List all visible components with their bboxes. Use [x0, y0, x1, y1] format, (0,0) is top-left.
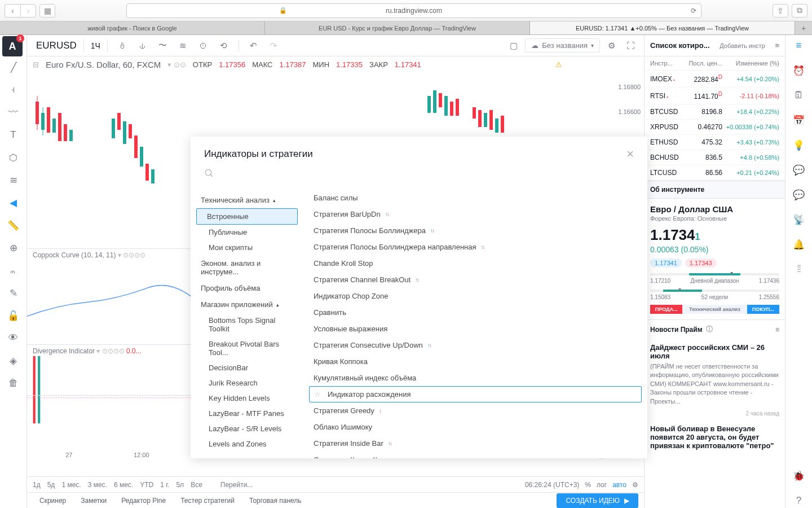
news-item-1[interactable]: Дайджест российских СМИ – 26 июля (ПРАЙМ…	[645, 339, 785, 410]
app-2[interactable]: DecisionBar	[191, 360, 303, 375]
publish-button[interactable]: СОЗДАТЬ ИДЕЮ▶	[557, 493, 638, 508]
indicator-item[interactable]: Кумулятивный индекс объёма	[303, 370, 647, 386]
redo-icon[interactable]: ↷	[266, 38, 282, 54]
forward-button[interactable]: ›	[20, 4, 36, 17]
watchlist-row[interactable]: BCHUSD 836.5+4.8 (+0.58%)	[645, 150, 785, 165]
back-button[interactable]: ‹	[5, 4, 20, 17]
app-0[interactable]: Bottoms Tops Signal Toolkit	[191, 313, 303, 336]
range-1d[interactable]: 1д	[33, 481, 41, 489]
cat-volume[interactable]: Профиль объёма	[191, 280, 303, 296]
range-5d[interactable]: 5д	[47, 481, 55, 489]
magnet-icon[interactable]: ⩋	[6, 263, 21, 278]
trash-icon[interactable]: 🗑	[6, 376, 21, 391]
range-6m[interactable]: 6 мес.	[114, 481, 133, 489]
cat-technical[interactable]: Технический анализ ▴	[191, 192, 303, 208]
forecast-icon[interactable]: ≋	[6, 173, 21, 187]
compare-icon[interactable]: ⫝	[135, 38, 151, 54]
goto-button[interactable]: Перейти...	[220, 481, 253, 489]
symbol-name[interactable]: EURUSD	[36, 40, 77, 51]
tab-1[interactable]: живой график - Поиск в Google	[0, 21, 265, 34]
indicator-item[interactable]: Стратегия Канал Кельтнера ↑↓	[303, 452, 647, 458]
indicator-item[interactable]: Стратегия Channel BreakOut ↑↓	[303, 271, 647, 288]
eye-icon[interactable]: 👁	[6, 331, 21, 345]
watchlist-row[interactable]: IMOEX •2282.84D+4.54 (+0.20%)	[645, 71, 785, 87]
url-bar[interactable]: 🔒 ru.tradingview.com ⟳	[126, 3, 701, 18]
pattern-icon[interactable]: ⬡	[6, 150, 21, 165]
alert-icon[interactable]: ⏲	[196, 38, 211, 54]
range-ytd[interactable]: YTD	[140, 481, 153, 489]
indicator-item[interactable]: Стратегия Полосы Боллинджера направленна…	[303, 239, 647, 255]
collapse-icon[interactable]: ⊟	[33, 60, 39, 69]
private-chat-icon[interactable]: 💬	[792, 187, 806, 202]
pct-toggle[interactable]: %	[585, 481, 591, 489]
range-3m[interactable]: 3 мес.	[88, 481, 107, 489]
indicator-item[interactable]: Индикатор Chop Zone	[303, 288, 647, 304]
ideas-icon[interactable]: 💡	[792, 138, 806, 152]
hotlists-icon[interactable]: 🗓	[792, 88, 806, 103]
indicators-icon[interactable]: ≋	[175, 38, 191, 54]
tab-pine[interactable]: Редактор Pine	[114, 494, 173, 507]
axis-settings-icon[interactable]: ⚙	[632, 481, 638, 489]
range-1y[interactable]: 1 г.	[160, 481, 169, 489]
indicator-item[interactable]: Сравнить	[303, 304, 647, 321]
indicator-item[interactable]: Условные выражения	[303, 321, 647, 337]
subcat-builtin[interactable]: Встроенные	[196, 208, 298, 225]
undo-icon[interactable]: ↶	[246, 38, 262, 54]
tab-notes[interactable]: Заметки	[74, 494, 113, 507]
calendar-icon[interactable]: 📅	[792, 113, 806, 128]
indicator-item[interactable]: Стратегия Greedy ↓	[303, 402, 647, 419]
indicator-item[interactable]: Стратегия BarUpDn ↑↓	[303, 206, 647, 222]
indicator-item[interactable]: Баланс силы	[303, 190, 647, 206]
modal-search-input[interactable]	[204, 168, 634, 178]
layout-single-icon[interactable]: ▢	[506, 38, 522, 54]
fullscreen-icon[interactable]: ⛶	[623, 38, 638, 54]
app-1[interactable]: Breakout Pivotal Bars Tool...	[191, 336, 303, 360]
watchlist-menu-icon[interactable]: ≡	[775, 41, 779, 50]
indicator-item[interactable]: Индикатор расхождения	[309, 386, 642, 402]
alerts-icon[interactable]: ⏰	[792, 63, 806, 78]
line-icon[interactable]: 〜	[155, 38, 171, 54]
indicator-item[interactable]: Стратегия Полосы Боллинджера ↑↓	[303, 222, 647, 239]
stream-icon[interactable]: 📡	[792, 212, 806, 227]
app-5[interactable]: LazyBear - MTF Panes	[191, 406, 303, 421]
app-7[interactable]: Levels and Zones	[191, 436, 303, 452]
new-tab-button[interactable]: +	[795, 21, 812, 34]
modal-close-button[interactable]: ×	[626, 147, 634, 161]
indicator-item[interactable]: Стратегия Inside Bar ↑↓	[303, 435, 647, 452]
notifications-icon[interactable]: 🔔	[792, 237, 806, 252]
range-5y[interactable]: 5л	[176, 481, 184, 489]
bug-icon[interactable]: 🐞	[792, 468, 806, 483]
zoom-icon[interactable]: ⊕	[6, 240, 21, 255]
lock-draw-icon[interactable]: ✎	[6, 286, 21, 300]
about-section-head[interactable]: Об инструменте	[645, 181, 785, 199]
log-toggle[interactable]: лог	[597, 481, 607, 489]
tab-trading[interactable]: Торговая панель	[242, 494, 308, 507]
reload-icon[interactable]: ⟳	[691, 7, 696, 15]
replay-icon[interactable]: ⟲	[216, 38, 232, 54]
tabs-button[interactable]: ⧉	[792, 4, 807, 17]
unlock-icon[interactable]: 🔓	[6, 308, 21, 323]
brush-icon[interactable]: 〰	[6, 105, 21, 120]
indicator-item[interactable]: Стратегия Consecutive Up/Down ↑↓	[303, 337, 647, 353]
watchlist-row[interactable]: RTSI •1141.70D-2.11 (-0.18%)	[645, 87, 785, 104]
pitchfork-icon[interactable]: ⫞	[6, 82, 21, 97]
interval-select[interactable]: 1Ч	[91, 41, 100, 50]
watchlist-icon[interactable]: ≡	[792, 38, 806, 53]
text-icon[interactable]: T	[6, 128, 21, 142]
watchlist-row[interactable]: ETHUSD 475.32+3.43 (+0.73%)	[645, 135, 785, 150]
candles-icon[interactable]: 🕯	[114, 38, 130, 54]
sidebar-toggle[interactable]: ▦	[39, 4, 55, 17]
range-1m[interactable]: 1 мес.	[61, 481, 81, 489]
tab-tester[interactable]: Тестер стратегий	[174, 494, 241, 507]
tab-2[interactable]: EUR USD - Курс и график Евро Доллар — Tr…	[265, 21, 530, 34]
app-4[interactable]: Key Hidden Levels	[191, 391, 303, 406]
left-arrow-icon[interactable]: ◀	[6, 195, 21, 210]
subcat-myscripts[interactable]: Мои скрипты	[191, 240, 303, 255]
add-instrument[interactable]: Добавить инстр	[720, 42, 765, 49]
news-header[interactable]: Новости Прайм ⓘ≡	[645, 319, 785, 339]
subcat-public[interactable]: Публичные	[191, 225, 303, 240]
indicator-item[interactable]: Кривая Коппока	[303, 353, 647, 370]
watchlist-row[interactable]: LTCUSD 86.56+0.21 (+0.24%)	[645, 165, 785, 181]
indicator-item[interactable]: Облако Ишимоку	[303, 419, 647, 435]
auto-toggle[interactable]: авто	[612, 481, 626, 489]
